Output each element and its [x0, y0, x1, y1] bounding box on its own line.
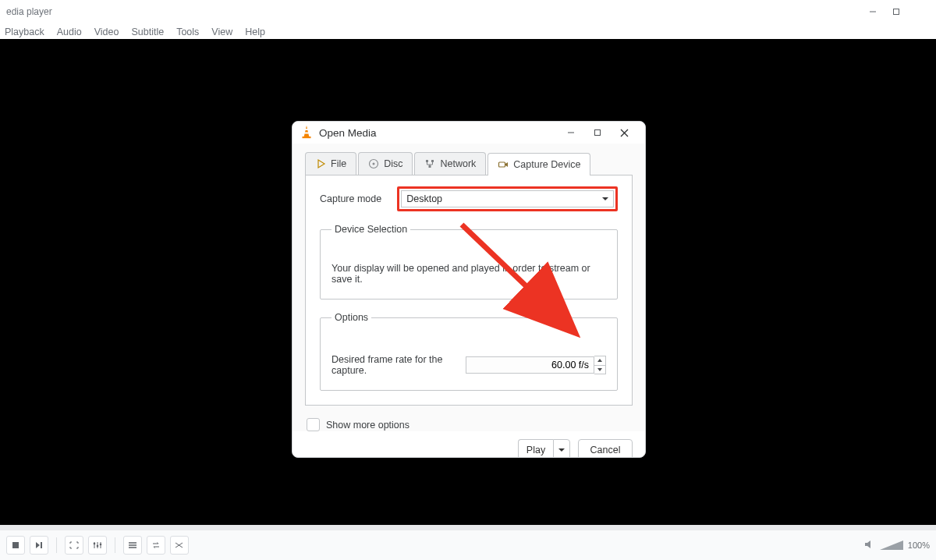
- capture-mode-value: Desktop: [406, 193, 442, 204]
- svg-marker-8: [865, 541, 870, 548]
- cancel-button[interactable]: Cancel: [578, 439, 633, 458]
- capture-mode-select[interactable]: Desktop: [401, 190, 614, 207]
- menu-audio[interactable]: Audio: [57, 27, 82, 37]
- tab-strip: File Disc Network Capture Device: [305, 151, 633, 175]
- device-selection-legend: Device Selection: [332, 224, 410, 235]
- tab-disc-label: Disc: [384, 158, 402, 169]
- play-button[interactable]: Play: [518, 439, 553, 458]
- svg-rect-12: [303, 136, 311, 138]
- annotation-highlight-box: Desktop: [397, 186, 618, 211]
- svg-marker-3: [36, 542, 40, 548]
- dialog-footer: Play Cancel: [292, 431, 645, 458]
- dialog-titlebar: Open Media: [292, 122, 645, 144]
- volume-slider[interactable]: [880, 541, 903, 550]
- svg-marker-9: [304, 126, 310, 137]
- spinner-down-icon[interactable]: [594, 366, 605, 374]
- device-selection-group: Device Selection Your display will be op…: [320, 224, 618, 299]
- shuffle-button[interactable]: [170, 536, 189, 555]
- svg-point-5: [94, 543, 96, 545]
- tab-network-label: Network: [440, 158, 476, 169]
- window-minimize-button[interactable]: [861, 2, 885, 21]
- cancel-button-label: Cancel: [590, 445, 621, 455]
- svg-marker-22: [505, 162, 508, 167]
- window-maximize-button[interactable]: [885, 2, 908, 21]
- tab-disc[interactable]: Disc: [358, 152, 413, 175]
- volume-label: 100%: [908, 541, 930, 550]
- playlist-button[interactable]: [123, 536, 142, 555]
- play-dropdown-button[interactable]: [553, 439, 570, 458]
- tab-file-label: File: [331, 158, 346, 169]
- loop-button[interactable]: [147, 536, 165, 555]
- menu-view[interactable]: View: [211, 27, 232, 37]
- menu-video[interactable]: Video: [94, 27, 119, 37]
- framerate-spinner[interactable]: [594, 356, 606, 374]
- options-legend: Options: [332, 312, 371, 323]
- svg-rect-10: [305, 129, 308, 130]
- svg-marker-24: [597, 368, 602, 371]
- capture-mode-label: Capture mode: [320, 193, 381, 204]
- svg-rect-19: [431, 160, 434, 162]
- svg-rect-11: [304, 132, 309, 133]
- main-titlebar: edia player: [0, 0, 936, 23]
- dialog-close-button[interactable]: [611, 122, 637, 144]
- show-more-options-checkbox[interactable]: [307, 418, 320, 431]
- seek-bar[interactable]: [0, 526, 936, 530]
- controls-bar: 100%: [0, 525, 936, 560]
- svg-rect-14: [595, 130, 601, 136]
- spinner-up-icon[interactable]: [594, 356, 605, 366]
- svg-point-7: [100, 544, 102, 546]
- tab-network[interactable]: Network: [414, 152, 486, 175]
- svg-rect-18: [426, 160, 428, 162]
- vlc-cone-icon: [300, 125, 313, 141]
- device-selection-message: Your display will be opened and played i…: [332, 247, 606, 285]
- menu-tools[interactable]: Tools: [176, 27, 199, 37]
- dialog-minimize-button[interactable]: [558, 122, 584, 144]
- tab-capture-device-label: Capture Device: [513, 159, 580, 170]
- show-more-options-label: Show more options: [326, 420, 410, 431]
- next-button[interactable]: [30, 536, 48, 555]
- svg-rect-2: [12, 542, 19, 548]
- menu-subtitle[interactable]: Subtitle: [131, 27, 164, 37]
- extended-settings-button[interactable]: [88, 536, 107, 555]
- svg-rect-4: [41, 542, 42, 548]
- main-window-title: edia player: [6, 6, 52, 17]
- fullscreen-button[interactable]: [65, 536, 83, 555]
- menu-playback[interactable]: Playback: [5, 27, 44, 37]
- stop-button[interactable]: [6, 536, 25, 555]
- svg-marker-23: [597, 359, 602, 362]
- tab-capture-device[interactable]: Capture Device: [488, 153, 590, 175]
- dialog-maximize-button[interactable]: [584, 122, 611, 144]
- svg-point-17: [373, 163, 375, 165]
- mute-button[interactable]: [864, 540, 875, 551]
- svg-rect-21: [499, 162, 505, 167]
- play-button-label: Play: [526, 445, 545, 455]
- capture-device-tab-content: Capture mode Desktop Device Selection Yo…: [305, 175, 633, 406]
- open-media-dialog: Open Media File Disc Network: [292, 121, 646, 458]
- svg-marker-15: [318, 160, 324, 168]
- svg-rect-1: [894, 9, 899, 15]
- framerate-input[interactable]: [466, 356, 594, 374]
- show-more-options-row[interactable]: Show more options: [307, 418, 633, 431]
- tab-file[interactable]: File: [305, 152, 356, 175]
- menu-help[interactable]: Help: [245, 27, 265, 37]
- framerate-label: Desired frame rate for the capture.: [332, 354, 452, 376]
- options-group: Options Desired frame rate for the captu…: [320, 312, 618, 391]
- dialog-title: Open Media: [319, 127, 377, 139]
- svg-point-6: [97, 545, 99, 548]
